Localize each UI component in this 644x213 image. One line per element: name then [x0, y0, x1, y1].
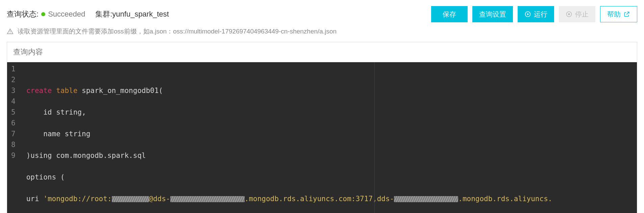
line-number: 4 [11, 96, 16, 107]
line-number: 1 [11, 64, 16, 74]
svg-point-4 [10, 32, 10, 33]
run-button-label: 运行 [534, 10, 547, 19]
editor-panel: 查询内容 1 2 3 4 5 6 7 8 9 create table spar… [7, 42, 637, 213]
stop-button: 停止 [559, 6, 595, 22]
line-number: 3 [11, 85, 16, 96]
query-settings-button[interactable]: 查询设置 [472, 6, 513, 22]
code-line: id string, [26, 107, 634, 118]
help-button-label: 帮助 [607, 10, 621, 19]
status-dot-icon [41, 12, 45, 16]
line-gutter: 1 2 3 4 5 6 7 8 9 [7, 62, 23, 213]
warning-triangle-icon [7, 28, 14, 35]
redacted-text [170, 196, 245, 202]
redacted-text [112, 196, 149, 202]
code-editor[interactable]: 1 2 3 4 5 6 7 8 9 create table spark_on_… [7, 62, 637, 213]
line-number: 8 [11, 139, 16, 150]
code-line: create table spark_on_mongodb01( [26, 85, 634, 96]
editor-title: 查询内容 [7, 42, 637, 62]
editor-ruler [374, 62, 375, 213]
stop-circle-icon [566, 11, 572, 18]
code-line: )using com.mongodb.spark.sql [26, 150, 634, 161]
code-line: options ( [26, 172, 634, 183]
notice-bar: 读取资源管理里面的文件需要添加oss前缀，如a.json：oss://multi… [0, 25, 644, 42]
stop-button-label: 停止 [575, 10, 589, 19]
help-button[interactable]: 帮助 [600, 6, 637, 22]
notice-text: 读取资源管理里面的文件需要添加oss前缀，如a.json：oss://multi… [18, 27, 337, 36]
code-line: uri 'mongodb://root:@dds-.mongodb.rds.al… [26, 193, 634, 204]
run-button[interactable]: 运行 [518, 6, 554, 22]
save-button-label: 保存 [443, 10, 456, 19]
redacted-text [394, 196, 458, 202]
svg-rect-2 [568, 14, 570, 15]
code-line: name string [26, 128, 634, 139]
line-number: 9 [11, 150, 16, 161]
status-value: Succeeded [48, 10, 85, 19]
line-number: 6 [11, 118, 16, 128]
cluster-label: 集群:yunfu_spark_test [95, 9, 169, 19]
play-circle-icon [524, 11, 531, 18]
line-number: 5 [11, 107, 16, 118]
code-area[interactable]: create table spark_on_mongodb01( id stri… [23, 62, 637, 213]
line-number: 7 [11, 128, 16, 139]
header-bar: 查询状态: Succeeded 集群:yunfu_spark_test 保存 查… [0, 0, 644, 25]
query-settings-label: 查询设置 [479, 10, 506, 19]
external-link-icon [623, 11, 630, 18]
line-number: 2 [11, 74, 16, 85]
save-button[interactable]: 保存 [431, 6, 468, 22]
status-label: 查询状态: [7, 9, 39, 19]
